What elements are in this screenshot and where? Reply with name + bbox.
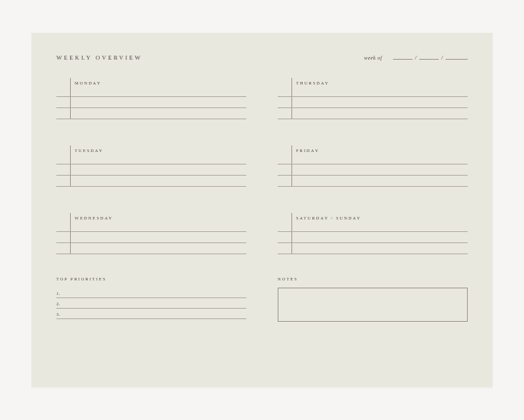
day-writing-line[interactable]	[56, 108, 246, 119]
week-of-blank-3[interactable]	[445, 54, 468, 60]
day-writing-line[interactable]	[56, 86, 246, 97]
day-writing-line[interactable]	[278, 221, 468, 232]
day-label-weekend: SATURDAY / SUNDAY	[292, 216, 361, 221]
day-wednesday: WEDNESDAY	[56, 213, 246, 254]
day-label-friday: FRIDAY	[292, 148, 320, 153]
day-thursday: THURSDAY	[278, 78, 468, 119]
day-label-monday: MONDAY	[71, 81, 102, 86]
week-of-blank-1[interactable]	[393, 54, 413, 60]
day-writing-line[interactable]	[56, 176, 246, 187]
day-writing-line[interactable]	[56, 221, 246, 232]
day-weekend: SATURDAY / SUNDAY	[278, 213, 468, 254]
day-writing-line[interactable]	[56, 97, 246, 108]
notes-box[interactable]	[278, 288, 468, 322]
day-monday: MONDAY	[56, 78, 246, 119]
day-writing-line[interactable]	[56, 232, 246, 243]
day-writing-line[interactable]	[56, 164, 246, 176]
day-writing-line[interactable]	[278, 153, 468, 164]
day-friday: FRIDAY	[278, 145, 468, 187]
top-priorities: TOP PRIORITIES 1. 2. 3.	[56, 277, 246, 322]
day-writing-line[interactable]	[278, 86, 468, 97]
day-label-tuesday: TUESDAY	[71, 148, 103, 153]
slash-1: /	[414, 55, 418, 61]
slash-2: /	[440, 55, 444, 61]
week-of-label: week of	[364, 55, 383, 61]
day-writing-line[interactable]	[278, 97, 468, 108]
day-label-wednesday: WEDNESDAY	[71, 216, 113, 221]
day-writing-line[interactable]	[278, 164, 468, 176]
planner-page: WEEKLY OVERVIEW week of / / MONDAY	[31, 33, 493, 387]
day-writing-line[interactable]	[56, 243, 246, 254]
bottom-sections: TOP PRIORITIES 1. 2. 3. NOTES	[56, 277, 468, 322]
day-writing-line[interactable]	[278, 232, 468, 243]
page-title: WEEKLY OVERVIEW	[56, 54, 142, 61]
week-of: week of / /	[364, 54, 468, 61]
day-writing-line[interactable]	[278, 108, 468, 119]
priority-line-2[interactable]: 2.	[56, 298, 246, 309]
days-grid: MONDAY THURSDAY TUESDAY	[56, 78, 468, 254]
day-writing-line[interactable]	[278, 243, 468, 254]
day-tuesday: TUESDAY	[56, 145, 246, 187]
priorities-label: TOP PRIORITIES	[56, 277, 246, 281]
day-label-thursday: THURSDAY	[292, 81, 329, 86]
day-writing-line[interactable]	[56, 153, 246, 164]
week-of-blank-2[interactable]	[419, 54, 439, 60]
notes: NOTES	[278, 277, 468, 322]
header: WEEKLY OVERVIEW week of / /	[56, 54, 468, 61]
priority-line-1[interactable]: 1.	[56, 288, 246, 298]
notes-label: NOTES	[278, 277, 468, 281]
priority-line-3[interactable]: 3.	[56, 309, 246, 319]
day-writing-line[interactable]	[278, 176, 468, 187]
